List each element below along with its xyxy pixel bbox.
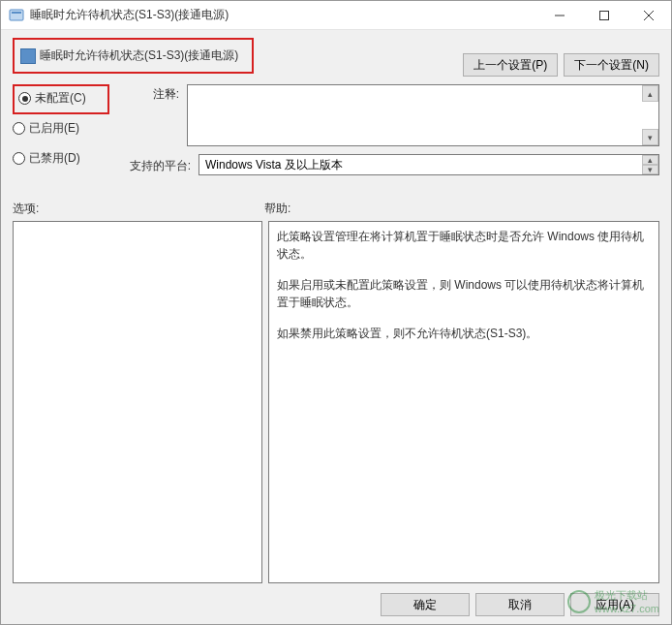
setting-title: 睡眠时允许待机状态(S1-S3)(接通电源) (40, 47, 238, 64)
scroll-down-icon[interactable]: ▾ (642, 165, 658, 174)
radio-rest: 已启用(E) 已禁用(D) (13, 118, 129, 167)
svg-rect-1 (12, 12, 21, 14)
comment-input[interactable] (187, 84, 659, 146)
radio-empty-icon (13, 122, 25, 135)
radio-enabled[interactable]: 已启用(E) (13, 120, 129, 137)
nav-buttons: 上一个设置(P) 下一个设置(N) (463, 38, 659, 77)
help-paragraph: 如果启用或未配置此策略设置，则 Windows 可以使用待机状态将计算机置于睡眠… (277, 276, 651, 311)
svg-rect-3 (600, 11, 609, 19)
help-paragraph: 此策略设置管理在将计算机置于睡眠状态时是否允许 Windows 使用待机状态。 (277, 228, 651, 263)
help-pane[interactable]: 此策略设置管理在将计算机置于睡眠状态时是否允许 Windows 使用待机状态。 … (268, 221, 659, 583)
options-pane[interactable] (13, 221, 262, 583)
setting-title-highlight: 睡眠时允许待机状态(S1-S3)(接通电源) (13, 38, 254, 74)
maximize-button[interactable] (582, 1, 626, 30)
fields-column: 注释: ▴ ▾ 支持的平台: ▴ ▾ (129, 84, 659, 175)
radio-column: 未配置(C) 已启用(E) 已禁用(D) (13, 84, 129, 175)
platform-row: 支持的平台: ▴ ▾ (129, 154, 659, 175)
window-title: 睡眠时允许待机状态(S1-S3)(接通电源) (30, 7, 537, 23)
platform-input (199, 154, 659, 175)
titlebar: 睡眠时允许待机状态(S1-S3)(接通电源) (1, 1, 671, 30)
ok-button[interactable]: 确定 (381, 593, 470, 616)
dialog-window: 睡眠时允许待机状态(S1-S3)(接通电源) 睡眠时允许待机状态(S1-S3)(… (0, 0, 672, 625)
cancel-button[interactable]: 取消 (475, 593, 565, 616)
header-row: 睡眠时允许待机状态(S1-S3)(接通电源) 上一个设置(P) 下一个设置(N) (13, 38, 659, 77)
radio-disabled[interactable]: 已禁用(D) (13, 150, 129, 167)
platform-label: 支持的平台: (129, 156, 199, 174)
comment-label: 注释: (129, 84, 187, 103)
section-labels: 选项: 帮助: (13, 201, 659, 217)
config-row: 未配置(C) 已启用(E) 已禁用(D) 注释: (13, 84, 659, 175)
app-icon (9, 8, 24, 23)
radio-not-configured-highlight: 未配置(C) (13, 84, 109, 114)
radio-empty-icon (13, 152, 25, 165)
help-text: 此策略设置管理在将计算机置于睡眠状态时是否允许 Windows 使用待机状态。 … (277, 228, 651, 342)
help-paragraph: 如果禁用此策略设置，则不允许待机状态(S1-S3)。 (277, 325, 651, 342)
scroll-up-icon[interactable]: ▴ (642, 85, 658, 102)
options-label: 选项: (13, 201, 264, 217)
close-button[interactable] (626, 1, 671, 30)
next-setting-button[interactable]: 下一个设置(N) (564, 53, 659, 77)
radio-not-configured-label: 未配置(C) (35, 90, 86, 107)
panes: 此策略设置管理在将计算机置于睡眠状态时是否允许 Windows 使用待机状态。 … (13, 221, 659, 583)
radio-not-configured[interactable]: 未配置(C) (18, 90, 104, 107)
apply-button[interactable]: 应用(A) (570, 593, 659, 616)
radio-dot-icon (18, 92, 31, 105)
scroll-up-icon[interactable]: ▴ (642, 155, 658, 165)
window-controls (537, 1, 671, 30)
radio-enabled-label: 已启用(E) (29, 120, 79, 137)
comment-row: 注释: ▴ ▾ (129, 84, 659, 146)
previous-setting-button[interactable]: 上一个设置(P) (463, 53, 558, 77)
scroll-down-icon[interactable]: ▾ (642, 129, 658, 145)
minimize-button[interactable] (537, 1, 582, 30)
radio-disabled-label: 已禁用(D) (29, 150, 80, 167)
svg-rect-0 (10, 10, 23, 20)
content-area: 睡眠时允许待机状态(S1-S3)(接通电源) 上一个设置(P) 下一个设置(N)… (1, 30, 671, 624)
policy-icon (20, 48, 36, 64)
footer-buttons: 确定 取消 应用(A) (13, 583, 659, 616)
help-label: 帮助: (264, 201, 290, 217)
